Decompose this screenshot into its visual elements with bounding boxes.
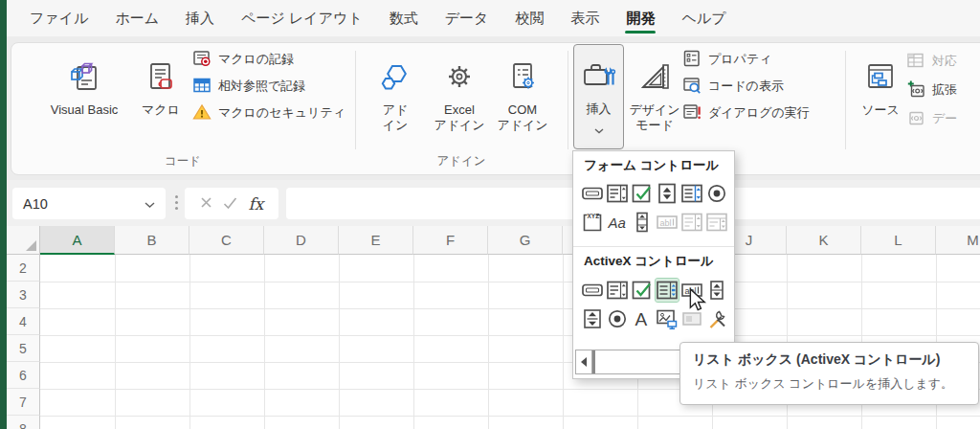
menu-tab-home[interactable]: ホーム bbox=[101, 0, 172, 36]
form-spin-button[interactable] bbox=[656, 182, 679, 205]
refresh-data-button: デー bbox=[906, 106, 957, 131]
tooltip: リスト ボックス (ActiveX コントロール) リスト ボックス コントロー… bbox=[679, 342, 979, 405]
column-header-D[interactable]: D bbox=[264, 226, 339, 255]
name-box-value: A10 bbox=[23, 196, 48, 212]
form-label[interactable]: Aa bbox=[606, 211, 629, 234]
select-all-corner[interactable] bbox=[7, 226, 40, 255]
section-divider bbox=[573, 246, 734, 247]
view-code-label: コードの表示 bbox=[708, 78, 784, 95]
excel-add-ins-button[interactable]: Excel アドイン bbox=[429, 46, 490, 146]
menu-tab-formulas[interactable]: 数式 bbox=[376, 0, 432, 36]
group-label-code: コード bbox=[12, 153, 353, 169]
group-divider bbox=[568, 51, 568, 149]
macro-security-label: マクロのセキュリティ bbox=[218, 104, 345, 122]
map-properties-button: 対応 bbox=[906, 49, 957, 74]
insert-controls-button[interactable]: 挿入 bbox=[573, 44, 624, 149]
form-group-box[interactable]: XYZ bbox=[581, 211, 604, 234]
row-header-7[interactable]: 7 bbox=[7, 389, 40, 416]
insert-toolbox-icon bbox=[582, 50, 616, 102]
menu-tab-data[interactable]: データ bbox=[432, 0, 502, 36]
form-list-box[interactable] bbox=[680, 182, 703, 205]
row-header-3[interactable]: 3 bbox=[7, 282, 40, 308]
form-text-field-disabled[interactable]: abl bbox=[656, 211, 679, 234]
refresh-data-icon bbox=[906, 108, 925, 130]
cancel-icon[interactable] bbox=[200, 195, 212, 213]
menu-tab-review[interactable]: 校閲 bbox=[501, 0, 557, 36]
row-header-5[interactable]: 5 bbox=[7, 335, 40, 362]
menu-tab-page-layout[interactable]: ページ レイアウト bbox=[228, 0, 376, 36]
properties-button[interactable]: プロパティ bbox=[682, 47, 772, 72]
form-option-button[interactable] bbox=[705, 182, 728, 205]
ax-list-box[interactable] bbox=[656, 279, 679, 302]
record-macro-button[interactable]: マクロの記録 bbox=[192, 47, 294, 72]
ax-option-button[interactable] bbox=[606, 307, 629, 330]
name-box-resizer[interactable] bbox=[175, 195, 178, 198]
row-header-2[interactable]: 2 bbox=[7, 255, 40, 282]
row-header-6[interactable]: 6 bbox=[7, 362, 40, 389]
column-header-F[interactable]: F bbox=[413, 226, 488, 255]
ax-image[interactable] bbox=[656, 307, 679, 330]
com-add-ins-button[interactable]: COM アドイン bbox=[493, 46, 552, 146]
menu-tab-insert[interactable]: 挿入 bbox=[172, 0, 228, 36]
add-ins-button[interactable]: アド イン bbox=[368, 46, 423, 146]
row-header-4[interactable]: 4 bbox=[7, 308, 40, 335]
scroll-left-button[interactable] bbox=[576, 350, 592, 373]
scrollbar-thumb[interactable] bbox=[592, 350, 595, 373]
insert-function-button[interactable]: fx bbox=[248, 194, 263, 214]
design-mode-button[interactable]: デザイン モード bbox=[629, 46, 680, 146]
column-header-K[interactable]: K bbox=[787, 226, 861, 255]
xml-source-icon bbox=[864, 51, 897, 102]
macros-label: マクロ bbox=[142, 102, 180, 117]
com-add-ins-icon bbox=[506, 51, 539, 102]
menu-tab-view[interactable]: 表示 bbox=[557, 0, 612, 36]
menu-tab-developer[interactable]: 開発 bbox=[612, 0, 668, 36]
chevron-down-icon[interactable] bbox=[145, 196, 155, 212]
enter-icon[interactable] bbox=[223, 195, 237, 213]
visual-basic-icon bbox=[68, 51, 100, 102]
form-button[interactable] bbox=[581, 182, 604, 205]
column-header-C[interactable]: C bbox=[189, 226, 264, 255]
column-header-E[interactable]: E bbox=[339, 226, 413, 255]
macros-button[interactable]: マクロ bbox=[135, 46, 187, 146]
form-combo-list-disabled[interactable] bbox=[680, 211, 703, 234]
expansion-packs-button[interactable]: 拡張 bbox=[906, 78, 957, 102]
form-check-box[interactable] bbox=[631, 182, 654, 205]
column-header-M[interactable]: M bbox=[936, 226, 980, 255]
column-header-L[interactable]: L bbox=[861, 226, 936, 255]
column-header-B[interactable]: B bbox=[115, 226, 189, 255]
design-mode-icon bbox=[638, 51, 671, 102]
ax-check-box[interactable] bbox=[631, 279, 654, 302]
visual-basic-button[interactable]: Visual Basic bbox=[35, 46, 133, 146]
menu-tab-help[interactable]: ヘルプ bbox=[668, 0, 739, 36]
ribbon-panel: Visual Basic マクロ マクロの記録 相対参照で記録 マクロのセキュリ… bbox=[11, 42, 980, 175]
group-divider bbox=[845, 51, 846, 149]
column-header-G[interactable]: G bbox=[488, 226, 563, 255]
record-macro-icon bbox=[192, 49, 212, 71]
menu-tab-file[interactable]: ファイル bbox=[16, 0, 101, 36]
name-box[interactable]: A10 bbox=[12, 188, 166, 219]
form-combo-box[interactable] bbox=[606, 182, 629, 205]
form-combo-dropdown-disabled[interactable] bbox=[705, 211, 728, 234]
svg-text:abl: abl bbox=[660, 218, 672, 228]
macro-security-icon bbox=[192, 102, 212, 124]
column-header-A[interactable]: A bbox=[40, 226, 115, 255]
run-dialog-button[interactable]: ダイアログの実行 bbox=[682, 101, 810, 125]
expansion-packs-label: 拡張 bbox=[932, 81, 957, 99]
window-edge bbox=[0, 0, 7, 429]
ax-label[interactable]: A bbox=[631, 307, 654, 330]
visual-basic-label: Visual Basic bbox=[51, 102, 119, 117]
xml-source-button[interactable]: ソース bbox=[855, 46, 906, 146]
formula-buttons: fx bbox=[185, 188, 278, 219]
macro-security-button[interactable]: マクロのセキュリティ bbox=[192, 101, 345, 125]
ax-combo-box[interactable] bbox=[606, 279, 629, 302]
ax-scroll-bar[interactable] bbox=[581, 307, 604, 330]
row-header-8[interactable]: 8 bbox=[7, 416, 40, 429]
relative-references-button[interactable]: 相対参照で記録 bbox=[192, 74, 305, 99]
run-dialog-label: ダイアログの実行 bbox=[708, 104, 810, 122]
left-arrow-icon bbox=[581, 357, 587, 367]
form-scroll-bar[interactable] bbox=[631, 211, 654, 234]
map-properties-label: 対応 bbox=[932, 53, 957, 70]
view-code-button[interactable]: コードの表示 bbox=[682, 74, 784, 99]
gridline bbox=[40, 282, 980, 282]
ax-command-button[interactable] bbox=[581, 279, 604, 302]
